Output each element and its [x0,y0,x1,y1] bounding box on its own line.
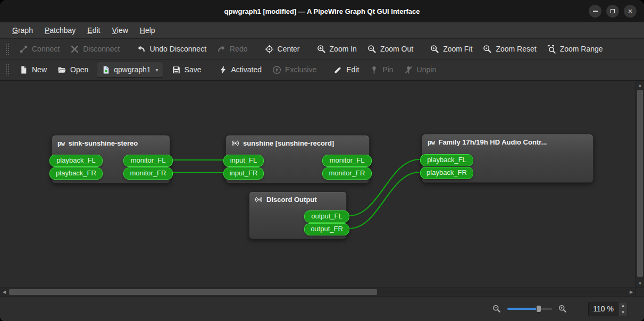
zoom-slider[interactable] [507,305,552,313]
zoom-fit-button[interactable]: Zoom Fit [425,41,478,57]
node-title: pw Family 17h/19h HD Audio Contr... [422,134,593,146]
port-input-fl[interactable]: input_FL [223,155,264,167]
zoom-value[interactable]: 110 % [589,302,618,316]
scroll-right-button[interactable]: ▶ [627,288,635,296]
node-sunshine-record[interactable]: sunshine [sunshine-record] input_FL inpu… [225,135,370,183]
menu-label-rest: iew [117,26,128,35]
connect-icon [19,45,28,54]
exclusive-button[interactable]: Exclusive [267,62,322,78]
node-family-hd-audio[interactable]: pw Family 17h/19h HD Audio Contr... play… [422,134,593,183]
zoom-spin-buttons: ▲ ▼ [618,302,628,316]
edit-button[interactable]: Edit [328,62,364,78]
activated-label: Activated [231,65,262,74]
port-monitor-fr[interactable]: monitor_FR [322,167,372,180]
port-playback-fr[interactable]: playback_FR [420,167,473,179]
zoom-slider-handle[interactable] [536,305,541,312]
redo-button[interactable]: Redo [212,41,253,57]
save-button[interactable]: Save [166,62,207,78]
vertical-scrollbar[interactable]: ▲ ▼ [635,81,644,288]
node-title-text: Family 17h/19h HD Audio Contr... [438,138,547,146]
undo-disconnect-button[interactable]: Undo Disconnect [131,41,212,57]
menu-view[interactable]: View [106,22,133,38]
pin-button[interactable]: Pin [364,62,398,78]
vertical-scroll-thumb[interactable] [637,90,643,277]
window-title: qpwgraph1 [modified] — A PipeWire Graph … [224,7,420,15]
connect-button[interactable]: Connect [14,41,65,57]
scroll-down-button[interactable]: ▼ [636,279,644,288]
statusbar: 110 % ▲ ▼ [0,296,644,321]
close-icon: × [628,7,632,15]
maximize-button[interactable] [606,5,619,18]
center-icon [265,45,274,54]
graph-canvas[interactable]: pw sink-sunshine-stereo playback_FL play… [0,81,635,288]
undo-icon [137,45,146,54]
scroll-up-button[interactable]: ▲ [636,81,644,89]
port-monitor-fl[interactable]: monitor_FL [322,155,372,167]
save-label: Save [185,65,202,74]
port-input-fr[interactable]: input_FR [223,167,264,180]
port-monitor-fr[interactable]: monitor_FR [123,167,173,180]
horizontal-scroll-track[interactable] [9,288,627,296]
new-button[interactable]: New [14,62,52,78]
zoom-in-icon [317,45,326,54]
open-button[interactable]: Open [52,62,94,78]
pin-icon [370,65,379,74]
activated-button[interactable]: Activated [213,62,267,78]
new-label: New [32,65,47,74]
node-sink-sunshine-stereo[interactable]: pw sink-sunshine-stereo playback_FL play… [52,135,170,183]
exclusive-label: Exclusive [285,65,316,74]
toolbar-grip[interactable] [5,64,10,75]
redo-label: Redo [230,45,247,53]
menu-patchbay[interactable]: Patchbay [39,22,81,38]
zoom-in-icon[interactable] [558,305,567,313]
save-icon [172,65,181,74]
zoom-out-icon [367,45,377,54]
zoom-increment-button[interactable]: ▲ [618,302,628,309]
port-output-fr[interactable]: output_FR [304,223,349,235]
zoom-out-button[interactable]: Zoom Out [362,41,419,57]
patchbay-select[interactable]: qpwgraph1 ▾ [97,62,163,78]
disconnect-button[interactable]: Disconnect [65,41,125,57]
chevron-down-icon: ▾ [156,67,158,73]
horizontal-scroll-thumb[interactable] [9,289,377,295]
toolbar-grip[interactable] [5,43,10,55]
close-button[interactable]: × [624,5,637,18]
zoom-in-button[interactable]: Zoom In [312,41,362,57]
zoom-reset-icon [483,45,492,54]
port-monitor-fl[interactable]: monitor_FL [123,155,173,167]
titlebar: qpwgraph1 [modified] — A PipeWire Graph … [0,0,644,22]
node-title: sunshine [sunshine-record] [226,136,369,147]
zoom-range-icon [547,45,556,54]
menu-label-rest: elp [145,26,155,35]
zoom-range-label: Zoom Range [560,45,603,53]
zoom-out-icon[interactable] [492,305,501,313]
zoom-decrement-button[interactable]: ▼ [618,309,628,316]
zoom-slider-fill [507,308,539,310]
port-output-fl[interactable]: output_FL [304,210,349,223]
node-discord-output[interactable]: Discord Output output_FL output_FR [249,191,347,239]
zoom-in-label: Zoom In [330,45,357,53]
minimize-button[interactable] [589,5,601,18]
menu-graph[interactable]: Graph [6,22,39,38]
zoom-fit-label: Zoom Fit [443,45,472,53]
zoom-range-button[interactable]: Zoom Range [542,41,608,57]
center-button[interactable]: Center [260,41,305,57]
unpin-button[interactable]: Unpin [399,62,442,78]
menu-accel: E [87,26,92,35]
menu-help[interactable]: Help [134,22,161,38]
vertical-scroll-track[interactable] [636,89,644,279]
maximize-icon [610,9,615,13]
connections-layer [0,81,635,288]
graph-canvas-region: pw sink-sunshine-stereo playback_FL play… [0,80,644,296]
scroll-left-button[interactable]: ◀ [0,288,9,296]
zoom-spinbox[interactable]: 110 % ▲ ▼ [588,302,628,316]
zoom-reset-button[interactable]: Zoom Reset [478,41,541,57]
port-playback-fr[interactable]: playback_FR [49,167,103,180]
menu-edit[interactable]: Edit [81,22,106,38]
port-playback-fl[interactable]: playback_FL [49,155,103,167]
horizontal-scrollbar[interactable]: ◀ ▶ [0,288,635,296]
menu-accel: G [12,26,18,35]
main-toolbar: Connect Disconnect Undo Disconnect Redo … [0,39,644,60]
port-playback-fl[interactable]: playback_FL [420,154,473,166]
undo-disconnect-label: Undo Disconnect [149,45,206,53]
